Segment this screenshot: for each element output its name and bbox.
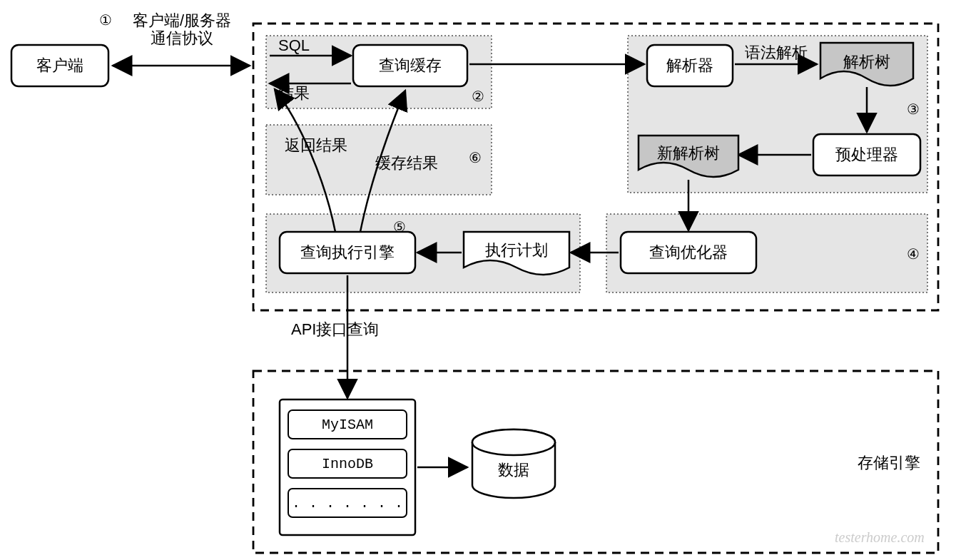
diagram-root: ② ③ ⑥ ⑤ ④ 客户端 ① 客户端/服务器 通信协议 SQL 结果 查询缓存…	[0, 0, 956, 560]
client-protocol-l2: 通信协议	[151, 29, 213, 47]
parse-tree-label: 解析树	[843, 53, 890, 71]
new-parse-tree-label: 新解析树	[657, 144, 720, 162]
marker-1: ①	[99, 12, 112, 28]
preprocessor-label: 预处理器	[835, 146, 898, 163]
watermark: testerhome.com	[835, 529, 925, 545]
exec-engine-label: 查询执行引擎	[300, 243, 395, 261]
sql-label: SQL	[278, 36, 310, 54]
marker-6: ⑥	[469, 150, 482, 166]
storage-engine-title: 存储引擎	[858, 454, 920, 472]
api-query-label: API接口查询	[291, 320, 379, 338]
svg-point-1	[472, 429, 555, 455]
query-cache-label: 查询缓存	[379, 56, 442, 74]
syntax-parse-label: 语法解析	[745, 44, 808, 61]
parser-label: 解析器	[666, 56, 713, 74]
engine-item-2-label: InnoDB	[322, 456, 373, 472]
database-label: 数据	[498, 461, 529, 479]
optimizer-label: 查询优化器	[649, 243, 728, 261]
marker-3: ③	[907, 101, 920, 117]
client-label: 客户端	[36, 56, 83, 74]
marker-4: ④	[907, 246, 920, 262]
cache-result-label: 缓存结果	[375, 154, 438, 172]
engine-item-3-label: . . . . . . .	[292, 495, 403, 511]
marker-2: ②	[472, 88, 484, 104]
engine-item-1-label: MyISAM	[322, 417, 373, 433]
exec-plan-label: 执行计划	[485, 241, 548, 259]
client-protocol-l1: 客户端/服务器	[133, 11, 231, 29]
return-result-label: 返回结果	[285, 136, 347, 154]
